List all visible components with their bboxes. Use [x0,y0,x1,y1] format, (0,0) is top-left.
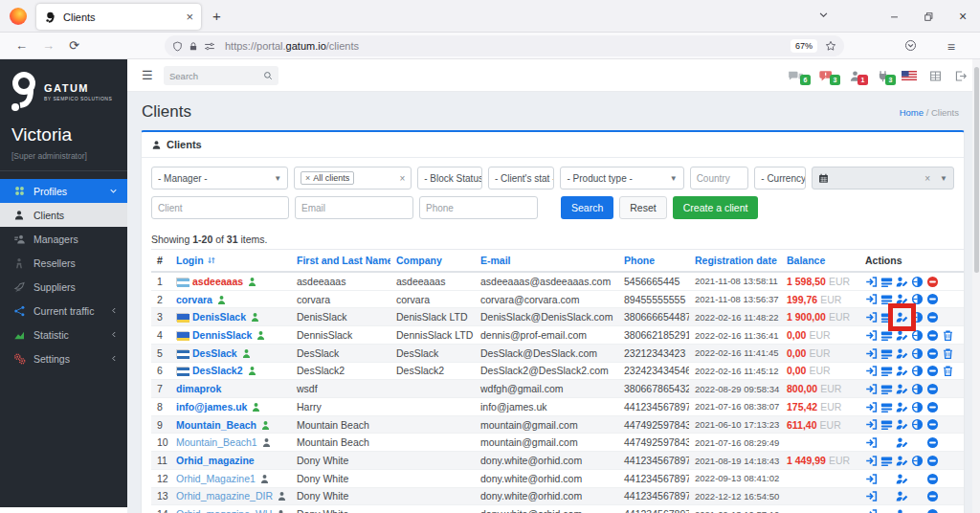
plug-notification-button[interactable]: 3 [877,70,889,82]
sidebar-item-resellers[interactable]: Resellers [0,251,127,275]
tab-close-icon[interactable]: × [186,10,193,24]
firefox-logo-icon[interactable] [10,8,27,25]
client-input[interactable]: Client [151,196,289,219]
chat-notification-button[interactable]: 6 [788,70,804,82]
sign-in-icon[interactable] [865,401,878,413]
sign-in-icon[interactable] [865,490,878,502]
search-button[interactable]: Search [561,196,613,219]
column-header-e-mail[interactable]: E-mail [475,250,618,273]
column-header-login[interactable]: Login [170,250,291,273]
sign-in-icon[interactable] [865,508,878,513]
user-edit-icon[interactable] [896,490,908,502]
sidebar-item-statistic[interactable]: Statistic [0,323,127,346]
client-login-link[interactable]: Orhid_magazine_WH [176,508,272,513]
block-icon[interactable] [926,473,939,485]
email-input[interactable]: Email [295,196,413,219]
block-status-select[interactable]: - Block Status -▼ [417,167,482,190]
sign-in-icon[interactable] [865,365,878,377]
block-icon[interactable] [926,383,939,395]
block-icon[interactable] [926,365,939,377]
menu-hamburger-icon[interactable]: ≡ [947,39,955,55]
sidebar-item-current-traffic[interactable]: Current traffic [0,299,127,323]
column-header-company[interactable]: Company [390,250,475,273]
bookmark-star-icon[interactable] [825,40,836,52]
sign-in-icon[interactable] [865,293,878,305]
trash-icon[interactable] [942,365,954,377]
window-close-button[interactable]: × [946,9,980,24]
client-status-select[interactable]: - Client's stat -▼ [488,167,555,190]
reload-button[interactable]: ⟳ [69,38,79,53]
column-header-first-and-last-name[interactable]: First and Last Name [291,250,390,273]
tag-remove-icon[interactable]: × [305,173,310,183]
page-scrollbar[interactable] [972,59,980,513]
user-edit-icon[interactable] [896,436,908,449]
country-input[interactable]: Country [690,167,749,190]
user-edit-icon[interactable] [896,347,908,360]
sidebar-item-managers[interactable]: Managers [0,227,127,251]
sidebar-item-settings[interactable]: Settings [0,346,127,370]
currency-select[interactable]: - Currency -▼ [754,167,806,190]
user-edit-icon[interactable] [896,418,908,431]
user-edit-icon[interactable] [896,383,908,395]
block-icon[interactable] [926,276,939,288]
user-notification-button[interactable]: 1 [849,70,861,82]
user-edit-icon[interactable] [896,276,908,288]
sign-in-icon[interactable] [865,436,878,449]
block-icon[interactable] [926,418,939,431]
user-edit-icon[interactable] [896,365,908,377]
sign-in-icon[interactable] [865,473,878,485]
list-tabs-chevron-icon[interactable] [818,10,829,20]
reset-button[interactable]: Reset [619,196,666,219]
client-login-link[interactable]: corvara [176,294,212,305]
trash-icon[interactable] [942,329,954,342]
globe-icon[interactable] [911,418,924,431]
zoom-level-badge[interactable]: 67% [791,39,817,53]
column-header-registration-date[interactable]: Registration date [689,250,781,273]
card-icon[interactable] [880,455,893,467]
brand-logo[interactable]: GATUM BY SEMPICO SOLUTIONS [0,59,127,123]
card-icon[interactable] [880,365,893,377]
client-login-link[interactable]: Mountain_Beach1 [176,436,257,448]
sidebar-item-clients[interactable]: Clients [0,203,127,227]
sign-in-icon[interactable] [865,276,878,288]
client-login-link[interactable]: Orhid_magazine [176,455,255,466]
window-restore-button[interactable] [911,11,946,22]
user-edit-icon[interactable] [896,473,908,485]
block-icon[interactable] [926,455,939,467]
globe-icon[interactable] [911,365,924,377]
sign-in-icon[interactable] [865,383,878,395]
client-login-link[interactable]: DennisSlack [192,329,252,341]
language-flag-icon[interactable] [902,71,917,81]
block-icon[interactable] [926,401,939,413]
lock-icon[interactable] [189,41,198,52]
url-bar[interactable]: https://portal.gatum.io/clients 67% [165,35,844,56]
card-icon[interactable] [880,383,893,395]
block-icon[interactable] [926,347,939,360]
clear-icon[interactable]: × [399,173,405,184]
client-login-link[interactable]: DesSlack2 [192,365,243,376]
sign-in-icon[interactable] [865,329,878,342]
new-tab-button[interactable]: + [212,8,221,24]
trash-icon[interactable] [942,347,954,360]
back-button[interactable]: ← [15,38,28,53]
column-header-phone[interactable]: Phone [618,250,689,273]
date-range-picker[interactable]: × ▼ [812,167,954,190]
sidebar-toggle-icon[interactable]: ☰ [142,68,153,82]
forward-button[interactable]: → [42,38,55,53]
client-login-link[interactable]: info@james.uk [176,401,247,413]
client-login-link[interactable]: asdeeaaas [192,276,243,287]
chat-alert-notification-button[interactable]: 3 [819,70,834,82]
sign-in-icon[interactable] [865,347,878,360]
manager-select[interactable]: - Manager -▼ [151,167,288,190]
client-login-link[interactable]: Orhid_Magazine1 [176,473,256,484]
client-login-link[interactable]: Mountain_Beach [176,419,256,431]
product-type-select[interactable]: - Product type -▼ [560,167,683,190]
block-icon[interactable] [926,329,939,342]
sort-icon[interactable] [207,256,216,265]
sign-in-icon[interactable] [865,418,878,431]
clear-icon[interactable]: × [924,173,930,184]
globe-icon[interactable] [911,455,924,467]
permissions-icon[interactable] [204,41,215,52]
block-icon[interactable] [926,436,939,449]
sign-in-icon[interactable] [865,311,878,323]
